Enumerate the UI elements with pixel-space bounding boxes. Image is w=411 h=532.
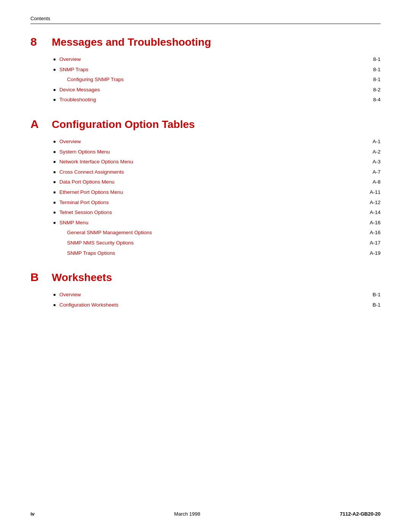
chapter-8-number: 8 <box>30 35 44 48</box>
list-item: ■ Device Messages 8-2 <box>53 86 381 94</box>
toc-page: A-19 <box>370 249 381 257</box>
toc-page: A-17 <box>370 239 381 247</box>
chapter-b-title: Worksheets <box>52 272 112 284</box>
toc-page: A-3 <box>373 158 381 166</box>
toc-page: A-11 <box>370 188 381 197</box>
toc-dots <box>97 100 371 100</box>
toc-dots <box>90 70 371 70</box>
toc-dots <box>82 295 371 295</box>
toc-entry: System Options Menu A-2 <box>59 148 381 156</box>
toc-page: A-2 <box>373 148 381 156</box>
bullet-icon: ■ <box>53 67 56 73</box>
bullet-icon: ■ <box>53 159 56 165</box>
toc-page: B-1 <box>373 291 381 299</box>
toc-page: 8-1 <box>373 55 381 64</box>
toc-label[interactable]: SNMP NMS Security Options <box>67 239 134 247</box>
toc-label[interactable]: Ethernet Port Options Menu <box>59 188 123 197</box>
toc-label[interactable]: Troubleshooting <box>59 96 96 104</box>
list-item: ■ Terminal Port Options A-12 <box>53 198 381 207</box>
toc-label[interactable]: SNMP Menu <box>59 219 88 227</box>
toc-page: B-1 <box>373 301 381 309</box>
chapter-b-heading: B Worksheets <box>30 271 381 284</box>
bullet-icon: ■ <box>53 209 56 216</box>
list-item: SNMP Traps Options A-19 <box>67 249 381 257</box>
toc-entry: General SNMP Management Options A-16 <box>67 228 381 237</box>
toc-page: 8-1 <box>373 75 381 84</box>
list-item: ■ SNMP Traps 8-1 <box>53 66 381 74</box>
header-text: Contents <box>30 16 50 21</box>
toc-entry: Terminal Port Options A-12 <box>59 198 381 207</box>
toc-dots <box>102 90 372 90</box>
toc-page: 8-2 <box>373 86 381 94</box>
toc-label[interactable]: Terminal Port Options <box>59 198 109 207</box>
list-item: ■ Data Port Options Menu A-8 <box>53 178 381 186</box>
toc-page: A-12 <box>370 198 381 207</box>
chapter-a-section: A Configuration Option Tables ■ Overview… <box>30 118 381 257</box>
toc-page: 8-1 <box>373 66 381 74</box>
toc-page: A-16 <box>370 219 381 227</box>
toc-label[interactable]: Network Interface Options Menu <box>59 158 133 166</box>
footer-doc-number: 7112-A2-GB20-20 <box>340 511 381 517</box>
toc-label[interactable]: Device Messages <box>59 86 100 94</box>
toc-dots <box>135 162 371 162</box>
toc-label[interactable]: Cross Connect Assignments <box>59 168 124 176</box>
toc-entry: Overview A-1 <box>59 137 381 146</box>
footer-page-number: iv <box>30 511 35 517</box>
toc-page: A-14 <box>370 208 381 217</box>
list-item: ■ Overview B-1 <box>53 291 381 299</box>
list-item: ■ Overview A-1 <box>53 137 381 146</box>
chapter-a-toc: ■ Overview A-1 ■ System Options Menu A-2… <box>53 137 381 257</box>
toc-dots <box>82 59 371 60</box>
toc-entry: Troubleshooting 8-4 <box>59 96 381 104</box>
toc-dots <box>113 212 368 213</box>
toc-entry: Network Interface Options Menu A-3 <box>59 158 381 166</box>
bullet-icon: ■ <box>53 87 56 93</box>
toc-label[interactable]: SNMP Traps Options <box>67 249 115 257</box>
chapter-8-toc: ■ Overview 8-1 ■ SNMP Traps 8-1 C <box>53 55 381 104</box>
list-item: ■ Ethernet Port Options Menu A-11 <box>53 188 381 197</box>
bullet-icon: ■ <box>53 189 56 195</box>
bullet-icon: ■ <box>53 302 56 308</box>
page: Contents 8 Messages and Troubleshooting … <box>0 0 411 532</box>
list-item: Configuring SNMP Traps 8-1 <box>67 75 381 84</box>
toc-dots <box>126 172 371 173</box>
toc-entry: Data Port Options Menu A-8 <box>59 178 381 186</box>
toc-label[interactable]: Overview <box>59 291 81 299</box>
list-item: ■ System Options Menu A-2 <box>53 148 381 156</box>
toc-label[interactable]: SNMP Traps <box>59 66 88 74</box>
toc-label[interactable]: Telnet Session Options <box>59 208 112 217</box>
toc-label[interactable]: Data Port Options Menu <box>59 178 115 186</box>
bullet-icon: ■ <box>53 97 56 103</box>
toc-dots <box>82 142 371 142</box>
list-item: SNMP NMS Security Options A-17 <box>67 239 381 247</box>
toc-label[interactable]: Configuring SNMP Traps <box>67 75 124 84</box>
list-item: General SNMP Management Options A-16 <box>67 228 381 237</box>
toc-page: 8-4 <box>373 96 381 104</box>
footer: iv March 1998 7112-A2-GB20-20 <box>30 511 381 517</box>
footer-date: March 1998 <box>174 511 201 517</box>
toc-entry: Ethernet Port Options Menu A-11 <box>59 188 381 197</box>
chapter-8-title: Messages and Troubleshooting <box>52 36 211 48</box>
bullet-icon: ■ <box>53 179 56 185</box>
toc-entry: SNMP Menu A-16 <box>59 219 381 227</box>
list-item: ■ Troubleshooting 8-4 <box>53 96 381 104</box>
toc-entry: Configuring SNMP Traps 8-1 <box>67 75 381 84</box>
chapter-a-title: Configuration Option Tables <box>52 118 195 131</box>
toc-entry: Telnet Session Options A-14 <box>59 208 381 217</box>
toc-label[interactable]: General SNMP Management Options <box>67 228 152 237</box>
toc-label[interactable]: System Options Menu <box>59 148 110 156</box>
toc-entry: SNMP NMS Security Options A-17 <box>67 239 381 247</box>
bullet-icon: ■ <box>53 292 56 298</box>
toc-label[interactable]: Overview <box>59 137 81 146</box>
bullet-icon: ■ <box>53 56 56 62</box>
list-item: ■ Cross Connect Assignments A-7 <box>53 168 381 176</box>
list-item: ■ Network Interface Options Menu A-3 <box>53 158 381 166</box>
toc-dots <box>110 203 368 203</box>
toc-dots <box>90 223 368 223</box>
toc-dots <box>120 305 371 305</box>
toc-entry: SNMP Traps Options A-19 <box>67 249 381 257</box>
toc-label[interactable]: Configuration Worksheets <box>59 301 118 309</box>
toc-page: A-16 <box>370 228 381 237</box>
toc-page: A-8 <box>373 178 381 186</box>
toc-label[interactable]: Overview <box>59 55 81 64</box>
